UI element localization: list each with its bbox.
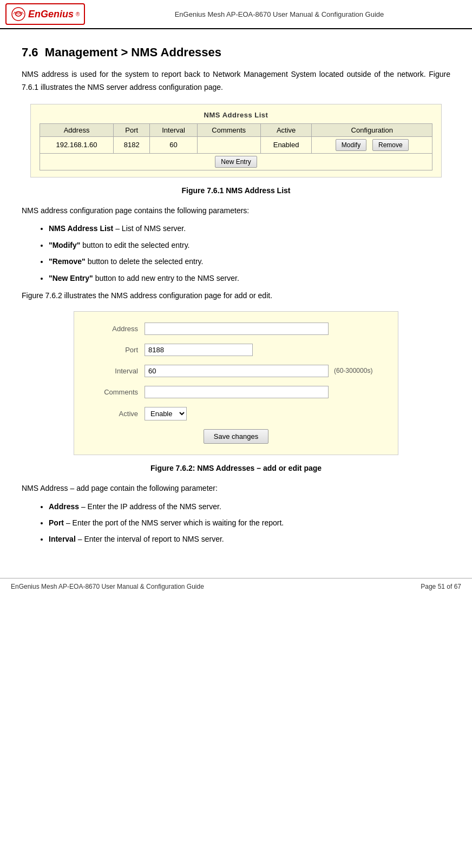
logo-area: EnGenius ® <box>5 3 92 25</box>
bullet-label-3: "Remove" <box>49 257 86 266</box>
table-row: 192.168.1.60 8182 60 Enabled Modify Remo… <box>40 136 432 153</box>
section-intro: NMS address is used for the system to re… <box>22 68 450 94</box>
col-interval: Interval <box>150 123 197 136</box>
bullet-text-3: button to delete the selected entry. <box>88 257 204 266</box>
col-comments: Comments <box>197 123 260 136</box>
list-item: Address – Enter the IP address of the NM… <box>49 501 450 512</box>
input-comments[interactable] <box>145 386 329 398</box>
bullet-label-4: "New Entry" <box>49 274 93 282</box>
desc-intro: NMS address configuration page contains … <box>22 205 450 218</box>
select-active[interactable]: Enable Disable <box>145 407 187 420</box>
form-row-active: Active Enable Disable <box>90 407 382 420</box>
input-port[interactable] <box>145 344 253 356</box>
col-active: Active <box>260 123 312 136</box>
cell-address: 192.168.1.60 <box>40 136 114 153</box>
new-entry-button[interactable]: New Entry <box>215 156 257 168</box>
remove-button[interactable]: Remove <box>372 139 409 151</box>
save-btn-row: Save changes <box>90 429 382 444</box>
new-entry-cell: New Entry <box>40 153 432 170</box>
add-page-bullets: Address – Enter the IP address of the NM… <box>22 501 450 545</box>
figure-761-caption: Figure 7.6.1 NMS Address List <box>22 186 450 195</box>
figure-762-caption: Figure 7.6.2: NMS Addresses – add or edi… <box>22 464 450 472</box>
cell-comments <box>197 136 260 153</box>
add-bullet-text-3: Enter the interval of report to NMS serv… <box>84 535 224 543</box>
add-bullet-label-3: Interval <box>49 535 76 543</box>
add-page-intro: NMS Address – add page contain the follo… <box>22 482 450 495</box>
bullet-text-2: button to edit the selected entry. <box>82 241 189 249</box>
desc-ref-text: Figure 7.6.2 illustrates the NMS address… <box>22 290 450 303</box>
figure-762-container: Address Port Interval (60-300000s) Comme… <box>74 311 398 455</box>
add-bullet-label-2: Port <box>49 518 64 527</box>
col-port: Port <box>114 123 150 136</box>
cell-config: Modify Remove <box>312 136 432 153</box>
logo-text: EnGenius <box>28 9 74 20</box>
label-active: Active <box>90 410 145 418</box>
input-interval[interactable] <box>145 365 329 377</box>
figure-761-inner-title: NMS Address List <box>40 111 432 119</box>
bullet-text-1: List of NMS server. <box>122 224 186 233</box>
list-item: NMS Address List – List of NMS server. <box>49 222 450 234</box>
add-bullet-text-1: Enter the IP address of the NMS server. <box>88 502 221 511</box>
form-row-comments: Comments <box>90 386 382 398</box>
table-header-row: Address Port Interval Comments Active Co… <box>40 123 432 136</box>
label-comments: Comments <box>90 388 145 396</box>
bullet-text-4: button to add new entry to the NMS serve… <box>95 274 239 282</box>
col-configuration: Configuration <box>312 123 432 136</box>
save-changes-button[interactable]: Save changes <box>204 429 268 444</box>
section-title: 7.6 Management > NMS Addresses <box>22 45 450 60</box>
main-content: 7.6 Management > NMS Addresses NMS addre… <box>0 35 472 562</box>
cell-port: 8182 <box>114 136 150 153</box>
cell-interval: 60 <box>150 136 197 153</box>
label-address: Address <box>90 325 145 333</box>
nms-address-table: Address Port Interval Comments Active Co… <box>40 123 432 170</box>
list-item: Port – Enter the port of the NMS server … <box>49 517 450 529</box>
bullet-label-2: "Modify" <box>49 241 80 249</box>
form-row-address: Address <box>90 323 382 335</box>
bullet-label-1: NMS Address List <box>49 224 113 233</box>
page-footer: EnGenius Mesh AP-EOA-8670 User Manual & … <box>0 578 472 595</box>
interval-hint: (60-300000s) <box>334 367 372 374</box>
list-item: "Remove" button to delete the selected e… <box>49 255 450 267</box>
add-bullet-text-2: Enter the port of the NMS server which i… <box>73 518 284 527</box>
list-item: "Modify" button to edit the selected ent… <box>49 239 450 251</box>
page-header: EnGenius ® EnGenius Mesh AP-EOA-8670 Use… <box>0 0 472 29</box>
col-address: Address <box>40 123 114 136</box>
figure-761-container: NMS Address List Address Port Interval C… <box>30 104 442 177</box>
logo-icon <box>11 6 26 22</box>
form-row-interval: Interval (60-300000s) <box>90 365 382 377</box>
footer-right: Page 51 of 67 <box>421 583 461 590</box>
label-port: Port <box>90 346 145 354</box>
modify-button[interactable]: Modify <box>336 139 366 151</box>
list-item: Interval – Enter the interval of report … <box>49 533 450 545</box>
form-row-port: Port <box>90 344 382 356</box>
desc-bullet-list: NMS Address List – List of NMS server. "… <box>22 222 450 284</box>
input-address[interactable] <box>145 323 329 335</box>
list-item: "New Entry" button to add new entry to t… <box>49 272 450 284</box>
footer-left: EnGenius Mesh AP-EOA-8670 User Manual & … <box>11 583 204 590</box>
new-entry-row: New Entry <box>40 153 432 170</box>
logo-box: EnGenius ® <box>5 3 85 25</box>
logo-registered: ® <box>76 11 80 17</box>
label-interval: Interval <box>90 367 145 375</box>
add-bullet-label-1: Address <box>49 502 79 511</box>
header-title: EnGenius Mesh AP-EOA-8670 User Manual & … <box>92 10 467 18</box>
cell-active: Enabled <box>260 136 312 153</box>
